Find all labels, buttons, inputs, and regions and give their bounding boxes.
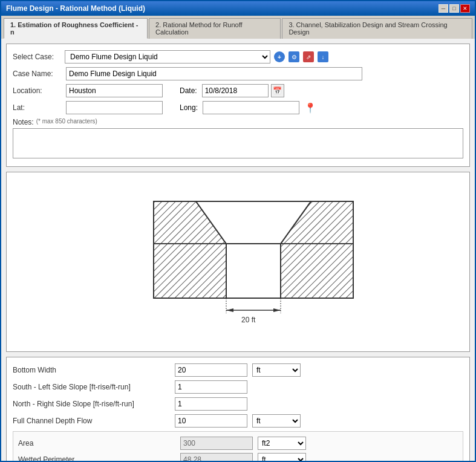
- main-window: Flume Design - Rational Method (Liquid) …: [0, 0, 476, 462]
- notes-label: Notes:: [13, 118, 34, 126]
- maximize-button[interactable]: □: [449, 4, 459, 13]
- wetted-perimeter-input: [180, 453, 253, 461]
- svg-marker-36: [226, 308, 233, 312]
- south-slope-input[interactable]: [175, 380, 247, 394]
- close-button[interactable]: ✕: [460, 4, 470, 13]
- lat-long-row: Lat: Long: 📍: [13, 101, 463, 114]
- lat-input[interactable]: [66, 101, 163, 114]
- date-input-wrap: 📅: [202, 84, 284, 97]
- area-input: [180, 437, 253, 450]
- gear-icon[interactable]: ⚙: [289, 51, 299, 62]
- tab-1[interactable]: 1. Estimation of Roughness Coefficient -…: [4, 18, 148, 39]
- notes-row: Notes: (* max 850 characters): [13, 118, 463, 160]
- computed-values-panel: Area ft2 m2 Wetted Perimeter ft m: [13, 431, 463, 461]
- south-slope-label: South - Left Side Slope [ft-rise/ft-run]: [13, 383, 170, 391]
- case-name-row: Case Name:: [13, 67, 463, 80]
- tab-2[interactable]: 2. Rational Method for Runoff Calculatio…: [149, 18, 281, 39]
- tab-bar: 1. Estimation of Roughness Coefficient -…: [1, 16, 475, 39]
- calendar-button[interactable]: 📅: [271, 84, 284, 97]
- location-date-row: Location: Date: 📅: [13, 84, 463, 97]
- location-pin-icon: 📍: [304, 102, 316, 114]
- bottom-width-label: Bottom Width: [13, 366, 170, 374]
- select-case-label: Select Case:: [13, 53, 61, 61]
- select-case-dropdown[interactable]: Demo Flume Design Liquid: [65, 50, 270, 63]
- full-depth-row: Full Channel Depth Flow ft m: [13, 414, 463, 428]
- window-controls: ─ □ ✕: [439, 4, 470, 13]
- wetted-perimeter-label: Wetted Perimeter: [18, 455, 175, 461]
- location-label: Location:: [13, 86, 61, 95]
- svg-rect-21: [281, 244, 353, 298]
- location-input[interactable]: [66, 84, 163, 97]
- minimize-button[interactable]: ─: [439, 4, 448, 13]
- bottom-width-unit-select[interactable]: ft m: [252, 363, 301, 377]
- download-icon[interactable]: ↓: [318, 51, 328, 62]
- select-case-controls: Demo Flume Design Liquid + ⚙ ⇗ ↓: [65, 50, 328, 63]
- north-slope-label: North - Right Side Slope [ft-rise/ft-run…: [13, 400, 170, 408]
- add-icon[interactable]: +: [274, 51, 285, 62]
- south-slope-row: South - Left Side Slope [ft-rise/ft-run]: [13, 380, 463, 394]
- north-slope-input[interactable]: [175, 397, 247, 411]
- bottom-width-row: Bottom Width ft m: [13, 363, 463, 377]
- date-label: Date:: [180, 86, 197, 95]
- lat-label: Lat:: [13, 103, 61, 112]
- svg-rect-17: [227, 244, 280, 298]
- notes-sublabel: (* max 850 characters): [36, 118, 97, 126]
- title-bar: Flume Design - Rational Method (Liquid) …: [1, 1, 475, 16]
- area-label: Area: [18, 439, 175, 447]
- case-name-label: Case Name:: [13, 70, 61, 78]
- channel-diagram: 10 ft 20 ft: [117, 177, 359, 346]
- share-icon[interactable]: ⇗: [303, 51, 314, 62]
- fields-panel: Bottom Width ft m South - Left Side Slop…: [6, 357, 470, 461]
- long-label: Long:: [180, 103, 198, 112]
- form-panel: Select Case: Demo Flume Design Liquid + …: [6, 44, 470, 167]
- tab-3[interactable]: 3. Channel, Stabilization Design and Str…: [282, 18, 472, 39]
- full-depth-label: Full Channel Depth Flow: [13, 417, 170, 425]
- svg-rect-20: [154, 244, 226, 298]
- north-slope-row: North - Right Side Slope [ft-rise/ft-run…: [13, 397, 463, 411]
- long-input[interactable]: [203, 101, 299, 114]
- full-depth-input[interactable]: [175, 414, 247, 428]
- select-case-row: Select Case: Demo Flume Design Liquid + …: [13, 50, 463, 63]
- full-depth-unit-select[interactable]: ft m: [252, 414, 301, 428]
- window-title: Flume Design - Rational Method (Liquid): [6, 4, 145, 13]
- wetted-perimeter-row: Wetted Perimeter ft m: [18, 453, 458, 461]
- case-name-input[interactable]: [66, 67, 362, 80]
- date-input[interactable]: [202, 84, 269, 97]
- diagram-panel: 10 ft 20 ft: [6, 172, 470, 352]
- area-unit-select[interactable]: ft2 m2: [258, 437, 306, 450]
- wetted-perimeter-unit-select[interactable]: ft m: [258, 453, 306, 461]
- content-area: Select Case: Demo Flume Design Liquid + …: [1, 39, 475, 461]
- bottom-width-input[interactable]: [175, 363, 247, 377]
- notes-textarea[interactable]: [13, 128, 463, 158]
- svg-marker-37: [273, 308, 281, 312]
- svg-text:20 ft: 20 ft: [241, 316, 256, 324]
- area-row: Area ft2 m2: [18, 437, 458, 450]
